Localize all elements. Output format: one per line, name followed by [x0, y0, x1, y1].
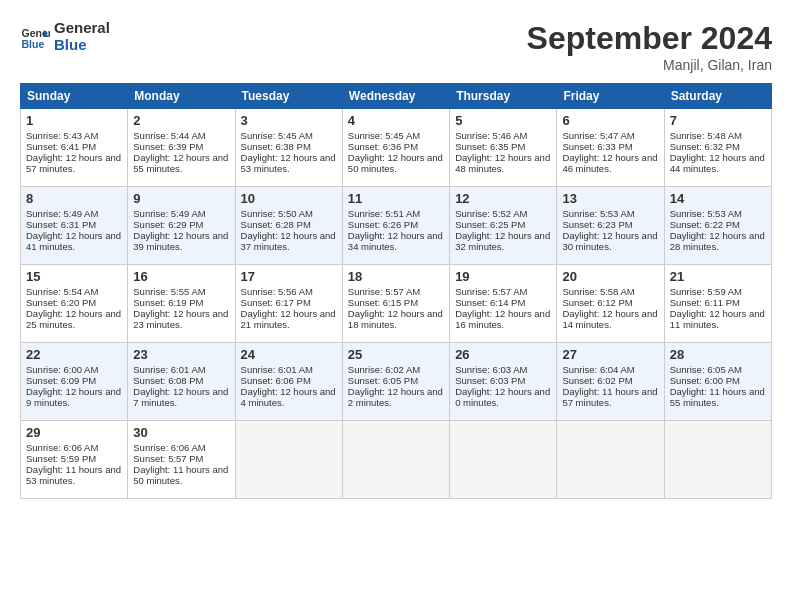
table-row: 2 Sunrise: 5:44 AM Sunset: 6:39 PM Dayli… — [128, 109, 235, 187]
sunrise: Sunrise: 6:06 AM — [26, 442, 98, 453]
header-sunday: Sunday — [21, 84, 128, 109]
sunrise: Sunrise: 5:50 AM — [241, 208, 313, 219]
sunrise: Sunrise: 5:59 AM — [670, 286, 742, 297]
daylight-label: Daylight: 12 hours and 41 minutes. — [26, 230, 121, 252]
daylight-label: Daylight: 12 hours and 7 minutes. — [133, 386, 228, 408]
sunset: Sunset: 6:20 PM — [26, 297, 96, 308]
daylight-label: Daylight: 12 hours and 30 minutes. — [562, 230, 657, 252]
table-row: 22 Sunrise: 6:00 AM Sunset: 6:09 PM Dayl… — [21, 343, 128, 421]
sunset: Sunset: 6:06 PM — [241, 375, 311, 386]
daylight-label: Daylight: 11 hours and 50 minutes. — [133, 464, 228, 486]
daylight-label: Daylight: 11 hours and 55 minutes. — [670, 386, 765, 408]
daylight-label: Daylight: 12 hours and 18 minutes. — [348, 308, 443, 330]
sunrise: Sunrise: 5:58 AM — [562, 286, 634, 297]
daylight-label: Daylight: 12 hours and 46 minutes. — [562, 152, 657, 174]
sunset: Sunset: 6:22 PM — [670, 219, 740, 230]
table-row — [557, 421, 664, 499]
sunset: Sunset: 6:17 PM — [241, 297, 311, 308]
daylight-label: Daylight: 12 hours and 21 minutes. — [241, 308, 336, 330]
sunrise: Sunrise: 5:54 AM — [26, 286, 98, 297]
sunset: Sunset: 6:32 PM — [670, 141, 740, 152]
sunset: Sunset: 6:03 PM — [455, 375, 525, 386]
day-number: 2 — [133, 113, 229, 128]
sunset: Sunset: 6:36 PM — [348, 141, 418, 152]
logo: General Blue General Blue — [20, 20, 110, 53]
sunrise: Sunrise: 5:51 AM — [348, 208, 420, 219]
day-number: 28 — [670, 347, 766, 362]
table-row: 30 Sunrise: 6:06 AM Sunset: 5:57 PM Dayl… — [128, 421, 235, 499]
svg-text:Blue: Blue — [22, 37, 45, 49]
table-row: 14 Sunrise: 5:53 AM Sunset: 6:22 PM Dayl… — [664, 187, 771, 265]
sunset: Sunset: 6:35 PM — [455, 141, 525, 152]
day-number: 17 — [241, 269, 337, 284]
day-number: 21 — [670, 269, 766, 284]
sunset: Sunset: 6:41 PM — [26, 141, 96, 152]
sunset: Sunset: 5:57 PM — [133, 453, 203, 464]
sunrise: Sunrise: 5:45 AM — [348, 130, 420, 141]
daylight-label: Daylight: 12 hours and 4 minutes. — [241, 386, 336, 408]
day-number: 12 — [455, 191, 551, 206]
day-number: 7 — [670, 113, 766, 128]
weekday-header-row: Sunday Monday Tuesday Wednesday Thursday… — [21, 84, 772, 109]
table-row: 16 Sunrise: 5:55 AM Sunset: 6:19 PM Dayl… — [128, 265, 235, 343]
table-row: 11 Sunrise: 5:51 AM Sunset: 6:26 PM Dayl… — [342, 187, 449, 265]
sunset: Sunset: 6:14 PM — [455, 297, 525, 308]
daylight-label: Daylight: 12 hours and 34 minutes. — [348, 230, 443, 252]
table-row: 18 Sunrise: 5:57 AM Sunset: 6:15 PM Dayl… — [342, 265, 449, 343]
daylight-label: Daylight: 11 hours and 53 minutes. — [26, 464, 121, 486]
daylight-label: Daylight: 12 hours and 28 minutes. — [670, 230, 765, 252]
day-number: 24 — [241, 347, 337, 362]
calendar-week-row: 1 Sunrise: 5:43 AM Sunset: 6:41 PM Dayli… — [21, 109, 772, 187]
sunset: Sunset: 6:39 PM — [133, 141, 203, 152]
sunset: Sunset: 6:38 PM — [241, 141, 311, 152]
daylight-label: Daylight: 12 hours and 11 minutes. — [670, 308, 765, 330]
table-row: 12 Sunrise: 5:52 AM Sunset: 6:25 PM Dayl… — [450, 187, 557, 265]
sunset: Sunset: 6:12 PM — [562, 297, 632, 308]
day-number: 19 — [455, 269, 551, 284]
daylight-label: Daylight: 11 hours and 57 minutes. — [562, 386, 657, 408]
sunset: Sunset: 6:31 PM — [26, 219, 96, 230]
header-saturday: Saturday — [664, 84, 771, 109]
table-row: 25 Sunrise: 6:02 AM Sunset: 6:05 PM Dayl… — [342, 343, 449, 421]
table-row: 13 Sunrise: 5:53 AM Sunset: 6:23 PM Dayl… — [557, 187, 664, 265]
sunset: Sunset: 6:28 PM — [241, 219, 311, 230]
calendar-week-row: 15 Sunrise: 5:54 AM Sunset: 6:20 PM Dayl… — [21, 265, 772, 343]
day-number: 20 — [562, 269, 658, 284]
daylight-label: Daylight: 12 hours and 9 minutes. — [26, 386, 121, 408]
sunset: Sunset: 6:26 PM — [348, 219, 418, 230]
sunrise: Sunrise: 5:49 AM — [26, 208, 98, 219]
sunrise: Sunrise: 6:01 AM — [241, 364, 313, 375]
sunset: Sunset: 6:15 PM — [348, 297, 418, 308]
table-row: 9 Sunrise: 5:49 AM Sunset: 6:29 PM Dayli… — [128, 187, 235, 265]
table-row: 1 Sunrise: 5:43 AM Sunset: 6:41 PM Dayli… — [21, 109, 128, 187]
sunrise: Sunrise: 5:53 AM — [670, 208, 742, 219]
calendar-week-row: 8 Sunrise: 5:49 AM Sunset: 6:31 PM Dayli… — [21, 187, 772, 265]
sunset: Sunset: 6:05 PM — [348, 375, 418, 386]
day-number: 4 — [348, 113, 444, 128]
daylight-label: Daylight: 12 hours and 32 minutes. — [455, 230, 550, 252]
calendar-body: 1 Sunrise: 5:43 AM Sunset: 6:41 PM Dayli… — [21, 109, 772, 499]
daylight-label: Daylight: 12 hours and 50 minutes. — [348, 152, 443, 174]
sunrise: Sunrise: 5:44 AM — [133, 130, 205, 141]
header-monday: Monday — [128, 84, 235, 109]
sunset: Sunset: 6:00 PM — [670, 375, 740, 386]
sunset: Sunset: 6:02 PM — [562, 375, 632, 386]
daylight-label: Daylight: 12 hours and 0 minutes. — [455, 386, 550, 408]
calendar-table: Sunday Monday Tuesday Wednesday Thursday… — [20, 83, 772, 499]
daylight-label: Daylight: 12 hours and 55 minutes. — [133, 152, 228, 174]
table-row: 19 Sunrise: 5:57 AM Sunset: 6:14 PM Dayl… — [450, 265, 557, 343]
table-row: 24 Sunrise: 6:01 AM Sunset: 6:06 PM Dayl… — [235, 343, 342, 421]
table-row: 4 Sunrise: 5:45 AM Sunset: 6:36 PM Dayli… — [342, 109, 449, 187]
table-row: 8 Sunrise: 5:49 AM Sunset: 6:31 PM Dayli… — [21, 187, 128, 265]
sunset: Sunset: 6:11 PM — [670, 297, 740, 308]
sunrise: Sunrise: 6:01 AM — [133, 364, 205, 375]
table-row: 28 Sunrise: 6:05 AM Sunset: 6:00 PM Dayl… — [664, 343, 771, 421]
table-row: 10 Sunrise: 5:50 AM Sunset: 6:28 PM Dayl… — [235, 187, 342, 265]
day-number: 18 — [348, 269, 444, 284]
table-row: 29 Sunrise: 6:06 AM Sunset: 5:59 PM Dayl… — [21, 421, 128, 499]
day-number: 13 — [562, 191, 658, 206]
header-friday: Friday — [557, 84, 664, 109]
day-number: 1 — [26, 113, 122, 128]
day-number: 29 — [26, 425, 122, 440]
day-number: 3 — [241, 113, 337, 128]
